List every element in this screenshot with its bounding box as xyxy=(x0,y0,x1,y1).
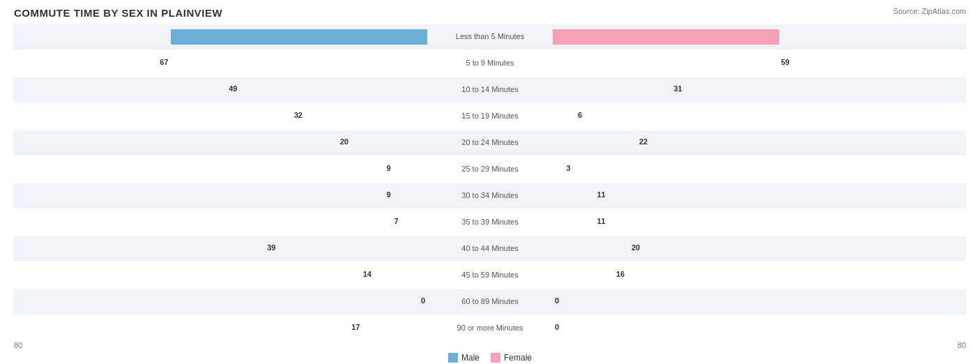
bar-male-label: 20 xyxy=(340,137,349,146)
bar-male-label: 0 xyxy=(421,296,425,305)
bar-female-label: 11 xyxy=(597,217,606,225)
axis-label-right: 80 xyxy=(958,341,966,349)
bar-male-label: 9 xyxy=(386,190,390,199)
center-label: 25 to 29 Minutes xyxy=(427,165,553,173)
bar-male-label: 39 xyxy=(267,243,275,252)
source-text: Source: ZipAtlas.com xyxy=(893,7,966,15)
bar-female-label: 11 xyxy=(597,190,606,199)
bar-male xyxy=(362,29,428,45)
legend-male-label: Male xyxy=(461,353,480,363)
legend-female-label: Female xyxy=(504,353,532,363)
bar-male-label: 14 xyxy=(363,270,372,278)
center-label: 10 to 14 Minutes xyxy=(427,85,553,93)
center-label: 30 to 34 Minutes xyxy=(427,191,553,199)
center-label: 60 to 89 Minutes xyxy=(427,297,553,305)
bar-female-label: 16 xyxy=(616,270,625,278)
legend-female: Female xyxy=(491,353,532,363)
center-label: 90 or more Minutes xyxy=(427,324,553,332)
legend-male: Male xyxy=(448,353,480,363)
bar-male-label: 7 xyxy=(394,217,398,225)
bar-female-label: 0 xyxy=(555,296,559,305)
bar-female-label: 22 xyxy=(639,137,648,146)
center-label: Less than 5 Minutes xyxy=(427,32,553,40)
chart-container: COMMUTE TIME BY SEX IN PLAINVIEW Source:… xyxy=(0,0,980,364)
bar-male-label: 67 xyxy=(160,58,168,66)
center-label: 20 to 24 Minutes xyxy=(427,138,553,146)
center-label: 15 to 19 Minutes xyxy=(427,112,553,120)
bar-female-label: 0 xyxy=(555,323,559,331)
bar-male-label: 49 xyxy=(229,84,237,93)
bar-male-label: 17 xyxy=(351,323,360,331)
bar-female-label: 3 xyxy=(567,164,571,172)
bar-male-label: 9 xyxy=(386,164,390,172)
center-label: 35 to 39 Minutes xyxy=(427,218,553,226)
legend-female-box xyxy=(491,353,500,363)
axis-label-left: 80 xyxy=(14,341,22,349)
bar-female-label: 6 xyxy=(578,111,582,119)
bar-female-label: 31 xyxy=(674,84,682,93)
bar-female xyxy=(553,29,614,45)
bar-female-label: 20 xyxy=(631,243,640,252)
bar-male-label: 32 xyxy=(294,111,303,119)
center-label: 5 to 9 Minutes xyxy=(427,59,553,67)
chart-title: COMMUTE TIME BY SEX IN PLAINVIEW xyxy=(14,7,966,19)
center-label: 45 to 59 Minutes xyxy=(427,271,553,279)
bar-female-label: 59 xyxy=(781,58,790,66)
legend-male-box xyxy=(448,353,458,363)
bars-wrapper: 5838Less than 5 Minutes67595 to 9 Minute… xyxy=(14,24,966,364)
center-label: 40 to 44 Minutes xyxy=(427,244,553,252)
legend: Male Female xyxy=(448,353,532,363)
